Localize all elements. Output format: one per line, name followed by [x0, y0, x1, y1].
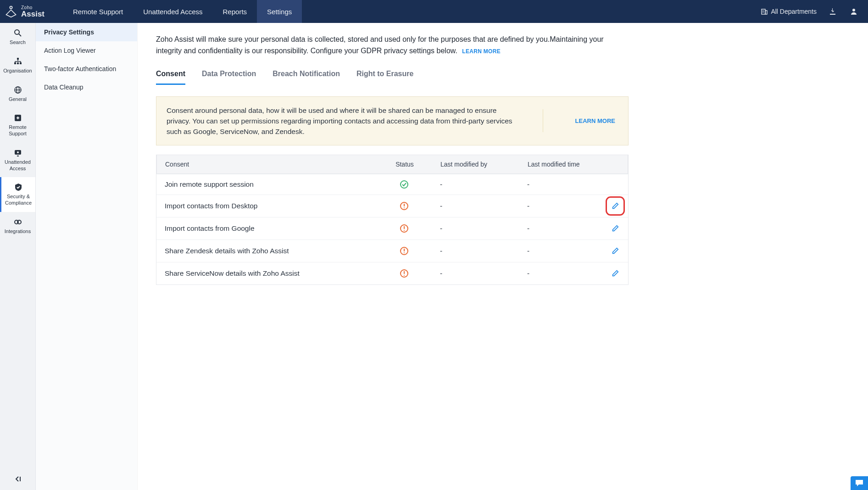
- alert-circle-icon: [400, 224, 409, 233]
- brand-text: Zoho Assist: [21, 6, 45, 18]
- table-row: Share Zendesk details with Zoho Assist--: [156, 239, 628, 262]
- svg-point-4: [15, 30, 19, 34]
- cell-consent-name: Join remote support session: [156, 175, 377, 194]
- rail-label: General: [9, 96, 27, 103]
- rail-general[interactable]: General: [0, 80, 35, 108]
- cell-status: [377, 218, 432, 239]
- intro-body: Zoho Assist will make sure your personal…: [156, 35, 604, 55]
- topnav-unattended-access[interactable]: Unattended Access: [133, 0, 212, 23]
- pencil-icon: [611, 202, 619, 210]
- edit-button[interactable]: [610, 268, 621, 279]
- tab-consent[interactable]: Consent: [156, 70, 185, 85]
- topnav-remote-support[interactable]: Remote Support: [63, 0, 133, 23]
- subnav-privacy-settings[interactable]: Privacy Settings: [36, 23, 137, 41]
- monitor-icon: [13, 148, 22, 157]
- tab-right-to-erasure[interactable]: Right to Erasure: [356, 70, 413, 85]
- svg-point-22: [404, 252, 405, 253]
- topnav-settings[interactable]: Settings: [257, 0, 302, 23]
- brand-line1: Zoho: [21, 6, 45, 10]
- check-circle-icon: [400, 180, 409, 189]
- th-status: Status: [377, 155, 432, 173]
- edit-button[interactable]: [610, 200, 621, 212]
- topnav-reports[interactable]: Reports: [213, 0, 257, 23]
- topnav-label: Remote Support: [73, 8, 123, 16]
- cell-consent-name: Import contacts from Google: [156, 219, 377, 238]
- subnav-two-factor-auth[interactable]: Two-factor Authentication: [36, 60, 137, 78]
- cell-modified-by: -: [432, 241, 519, 261]
- intro-text: Zoho Assist will make sure your personal…: [156, 34, 624, 57]
- cell-modified-time: -: [519, 219, 601, 238]
- svg-point-3: [852, 9, 855, 11]
- cell-consent-name: Import contacts from Desktop: [156, 196, 377, 216]
- main-content: Zoho Assist will make sure your personal…: [138, 23, 868, 490]
- intro-learn-more-link[interactable]: LEARN MORE: [462, 48, 501, 55]
- search-icon: [13, 28, 22, 38]
- rail-label: Security & Compliance: [3, 194, 33, 206]
- chat-fab[interactable]: [851, 476, 868, 490]
- cell-status: [377, 174, 432, 195]
- table-row: Share ServiceNow details with Zoho Assis…: [156, 262, 628, 284]
- consent-table: Consent Status Last modified by Last mod…: [156, 155, 629, 285]
- department-label: All Departments: [771, 8, 817, 15]
- cell-status: [377, 196, 432, 216]
- pencil-icon: [611, 247, 619, 255]
- rail-label: Search: [10, 39, 26, 46]
- building-icon: [761, 8, 768, 15]
- org-icon: [13, 57, 22, 66]
- download-icon[interactable]: [828, 6, 838, 17]
- rail-label: Organisation: [3, 68, 32, 74]
- tab-label: Right to Erasure: [356, 70, 413, 78]
- th-modified-time: Last modified time: [519, 155, 602, 173]
- alert-circle-icon: [400, 269, 409, 278]
- svg-point-18: [404, 207, 405, 208]
- rail-search[interactable]: Search: [0, 23, 35, 51]
- cell-actions: [601, 217, 629, 239]
- svg-rect-8: [20, 62, 22, 64]
- user-icon[interactable]: [849, 6, 859, 17]
- cell-modified-by: -: [432, 264, 519, 283]
- tab-breach-notification[interactable]: Breach Notification: [273, 70, 340, 85]
- rail-label: Unattended Access: [2, 159, 33, 172]
- department-selector[interactable]: All Departments: [761, 8, 817, 15]
- rail-collapse[interactable]: [0, 468, 35, 490]
- cell-modified-time: -: [519, 264, 601, 283]
- tab-label: Breach Notification: [273, 70, 340, 78]
- cell-actions: [601, 240, 629, 262]
- svg-point-24: [404, 275, 405, 276]
- link-icon: [13, 217, 22, 227]
- rail-unattended-access[interactable]: Unattended Access: [0, 143, 35, 178]
- cell-modified-by: -: [432, 196, 519, 216]
- cell-modified-time: -: [519, 241, 601, 261]
- topnav: Remote Support Unattended Access Reports…: [63, 0, 302, 23]
- edit-button[interactable]: [610, 223, 621, 234]
- settings-rail: Search Organisation General Remote Suppo…: [0, 23, 36, 490]
- infobox-text: Consent around personal data, how it wil…: [167, 105, 520, 137]
- tab-data-protection[interactable]: Data Protection: [202, 70, 256, 85]
- cell-consent-name: Share Zendesk details with Zoho Assist: [156, 241, 377, 261]
- cell-status: [377, 241, 432, 261]
- cell-modified-by: -: [432, 219, 519, 238]
- svg-rect-5: [17, 58, 19, 60]
- table-row: Import contacts from Desktop--: [156, 195, 628, 217]
- subnav-data-cleanup[interactable]: Data Cleanup: [36, 78, 137, 96]
- brand-logo[interactable]: Zoho Assist: [5, 5, 45, 18]
- rail-security-compliance[interactable]: Security & Compliance: [0, 177, 35, 212]
- cell-actions: [601, 195, 629, 217]
- edit-button[interactable]: [610, 245, 621, 256]
- subnav-action-log-viewer[interactable]: Action Log Viewer: [36, 41, 137, 60]
- rail-organisation[interactable]: Organisation: [0, 51, 35, 80]
- pencil-icon: [611, 269, 619, 278]
- rail-remote-support[interactable]: Remote Support: [0, 108, 35, 143]
- cell-actions: [601, 262, 629, 284]
- rail-integrations[interactable]: Integrations: [0, 212, 35, 240]
- svg-rect-7: [17, 62, 19, 64]
- topnav-label: Settings: [267, 8, 292, 16]
- svg-point-20: [404, 230, 405, 231]
- svg-rect-6: [14, 62, 16, 64]
- collapse-icon: [13, 474, 22, 484]
- table-header-row: Consent Status Last modified by Last mod…: [156, 155, 628, 174]
- infobox-learn-more-link[interactable]: LEARN MORE: [543, 109, 615, 132]
- subnav-label: Privacy Settings: [44, 28, 94, 36]
- chat-icon: [855, 479, 864, 487]
- settings-subnav: Privacy Settings Action Log Viewer Two-f…: [36, 23, 138, 490]
